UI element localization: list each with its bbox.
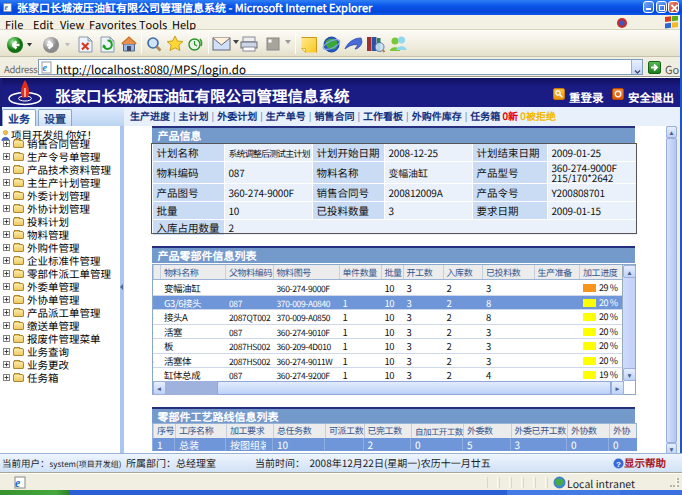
svg-text:e: e [43,62,48,73]
svg-text:e: e [15,476,21,489]
svg-text:?: ? [616,458,621,469]
